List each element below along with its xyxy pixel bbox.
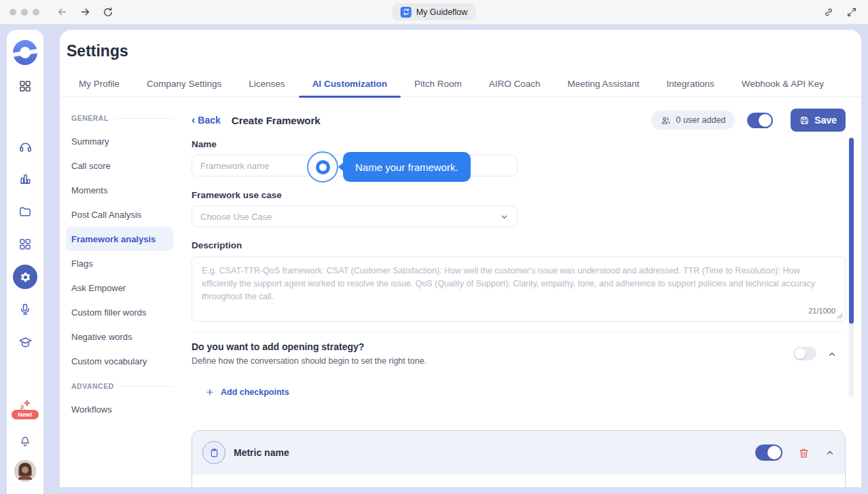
bell-icon (18, 434, 32, 447)
sidebar-item-workflows[interactable]: Workflows (66, 397, 173, 421)
trash-icon[interactable] (798, 447, 810, 459)
use-case-select[interactable]: Choose Use Case (192, 206, 518, 227)
browser-tab-title: My Guideflow (416, 7, 468, 17)
guideflow-tooltip: Name your framework. (343, 152, 471, 182)
divider (114, 118, 173, 119)
save-label: Save (814, 115, 837, 126)
reload-icon[interactable] (102, 6, 114, 18)
add-checkpoints-button[interactable]: Add checkpoints (205, 387, 289, 397)
graduation-cap-icon (18, 335, 33, 349)
sidebar-item-apps[interactable] (13, 232, 37, 256)
sidebar-item-recordings[interactable] (13, 297, 37, 322)
chevron-down-icon (500, 212, 509, 221)
page-background: New! Settings My Profile Company Setting… (0, 24, 868, 494)
toggle-knob (795, 348, 806, 359)
browser-tab[interactable]: My Guideflow (393, 3, 476, 20)
grid-icon (18, 79, 32, 93)
folder-icon (18, 205, 32, 218)
sidebar-item-calls[interactable] (13, 134, 37, 159)
description-field-wrap: 21/1000 (192, 256, 846, 322)
plus-icon (205, 387, 215, 397)
create-framework-title: Create Framework (232, 115, 321, 126)
bar-chart-icon (18, 172, 32, 186)
sidebar-item-moments[interactable]: Moments (66, 178, 173, 202)
metric-collapse-chevron-up-icon[interactable] (825, 448, 835, 457)
guideflow-hotspot[interactable] (307, 151, 338, 183)
app-sidebar-rail: New! (7, 30, 43, 494)
back-label: Back (198, 115, 220, 126)
sidebar-item-ask-empower[interactable]: Ask Empower (66, 276, 173, 300)
settings-panel: Settings My Profile Company Settings Lic… (60, 30, 861, 487)
scrollbar-track (849, 138, 854, 397)
window-controls[interactable] (10, 9, 39, 16)
name-label: Name (192, 139, 217, 149)
nav-section-general-label: GENERAL (71, 114, 109, 122)
sidebar-item-negative-words[interactable]: Negative words (66, 324, 173, 349)
description-textarea[interactable] (192, 257, 845, 321)
opening-strategy-toggle[interactable] (793, 347, 816, 360)
gear-icon (20, 271, 31, 283)
toggle-knob (767, 446, 781, 459)
sidebar-item-library[interactable] (13, 200, 37, 224)
user-avatar[interactable] (13, 459, 37, 483)
metric-card-header[interactable]: Metric name (192, 431, 845, 474)
apps-grid-icon (18, 238, 32, 251)
new-badge: New! (12, 410, 39, 419)
sidebar-item-post-call-analysis[interactable]: Post Call Analysis (66, 202, 173, 227)
browser-chrome: My Guideflow (0, 0, 868, 24)
microphone-icon (18, 303, 32, 316)
window-dot[interactable] (21, 9, 28, 16)
sidebar-item-framework-analysis[interactable]: Framework analysis (66, 227, 173, 251)
add-checkpoints-label: Add checkpoints (221, 387, 289, 397)
save-icon (799, 115, 810, 126)
metric-card: Metric name (192, 430, 846, 487)
nav-section-general: GENERAL (66, 111, 173, 125)
users-added-label: 0 user added (676, 115, 725, 125)
framework-enabled-toggle[interactable] (747, 113, 773, 128)
sidebar-item-learning[interactable] (13, 330, 37, 354)
clipboard-icon (209, 448, 219, 458)
avatar-image (14, 460, 36, 482)
char-counter: 21/1000 (808, 307, 835, 315)
page-title: Settings (67, 42, 128, 60)
sidebar-item-dashboard[interactable] (13, 74, 37, 98)
description-label: Description (192, 240, 242, 250)
expand-icon[interactable] (846, 7, 857, 18)
chevron-left-icon: ‹ (192, 115, 195, 126)
use-case-placeholder: Choose Use Case (200, 212, 272, 222)
scrollbar-thumb[interactable] (849, 138, 854, 324)
settings-side-nav: GENERAL Summary Call score Moments Post … (66, 111, 173, 421)
divider (120, 386, 173, 387)
sidebar-item-analytics[interactable] (13, 167, 37, 191)
sidebar-item-custom-vocabulary[interactable]: Custom vocabulary (66, 349, 173, 373)
framework-form: ‹ Back Create Framework 0 user added Sav… (192, 30, 846, 487)
headphones-icon (18, 140, 33, 154)
forward-arrow-icon[interactable] (79, 6, 91, 18)
sidebar-item-custom-filler-words[interactable]: Custom filler words (66, 300, 173, 324)
logo-icon (13, 40, 37, 65)
back-button[interactable]: ‹ Back (192, 115, 221, 126)
users-added-badge[interactable]: 0 user added (651, 111, 735, 130)
collapse-chevron-up-icon[interactable] (827, 349, 837, 359)
back-arrow-icon[interactable] (56, 6, 68, 18)
metric-name-label: Metric name (234, 447, 289, 458)
sidebar-item-flags[interactable]: Flags (66, 251, 173, 276)
resize-handle-icon[interactable] (837, 313, 843, 319)
window-dot[interactable] (33, 9, 39, 16)
sidebar-item-call-score[interactable]: Call score (66, 153, 173, 178)
metric-icon-circle (202, 441, 225, 464)
sidebar-item-summary[interactable]: Summary (66, 129, 173, 153)
tab-my-profile[interactable]: My Profile (65, 73, 133, 97)
metric-enabled-toggle[interactable] (755, 444, 782, 461)
nav-section-advanced-label: ADVANCED (71, 382, 114, 390)
toggle-knob (759, 114, 772, 127)
app-logo[interactable] (13, 40, 37, 64)
sidebar-item-settings-active[interactable] (13, 265, 37, 289)
users-icon (661, 115, 671, 126)
link-icon[interactable] (823, 7, 834, 18)
save-button[interactable]: Save (791, 109, 846, 132)
guideflow-logo-icon (401, 7, 412, 18)
window-dot[interactable] (10, 9, 16, 16)
divider (192, 331, 846, 332)
sidebar-item-notifications[interactable] (13, 428, 37, 453)
